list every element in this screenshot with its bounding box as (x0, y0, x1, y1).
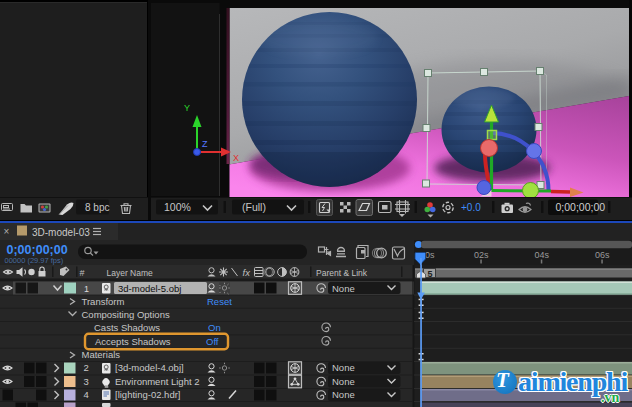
svg-text:None: None (332, 362, 355, 373)
svg-text:0s: 0s (425, 250, 435, 260)
svg-text:3: 3 (84, 376, 89, 387)
svg-text:00000 (29.97 fps): 00000 (29.97 fps) (5, 256, 64, 265)
svg-text:fx: fx (243, 267, 252, 278)
svg-text:04s: 04s (535, 250, 550, 260)
svg-text:Y: Y (184, 103, 190, 113)
svg-text:None: None (332, 283, 355, 294)
svg-text:100%: 100% (164, 201, 191, 213)
svg-text:5: 5 (428, 269, 433, 279)
svg-text:(Full): (Full) (242, 201, 266, 213)
svg-text:2: 2 (84, 362, 89, 373)
svg-text:8 bpc: 8 bpc (85, 202, 109, 213)
svg-text:None: None (332, 376, 355, 387)
svg-text:Casts Shadows: Casts Shadows (94, 322, 160, 333)
svg-text:Compositing Options: Compositing Options (82, 309, 170, 320)
svg-text:#: # (80, 268, 85, 278)
svg-text:4: 4 (84, 389, 89, 400)
svg-text:3D-model-03: 3D-model-03 (32, 227, 90, 238)
svg-text:Layer Name: Layer Name (107, 268, 154, 278)
svg-text:Accepts Shadows: Accepts Shadows (95, 336, 171, 347)
svg-text:0;00;00;00: 0;00;00;00 (556, 201, 606, 213)
svg-text:06s: 06s (595, 250, 610, 260)
svg-text:Reset: Reset (207, 296, 232, 307)
svg-text:Environment Light 2: Environment Light 2 (115, 376, 200, 387)
svg-text:0;00;00;00: 0;00;00;00 (7, 243, 68, 257)
svg-text:02s: 02s (474, 250, 489, 260)
svg-text:1: 1 (84, 284, 89, 294)
svg-text:+0.0: +0.0 (461, 202, 481, 213)
svg-text:X: X (233, 153, 239, 163)
svg-text:Z: Z (202, 139, 208, 149)
svg-text:None: None (332, 389, 355, 400)
svg-text:Transform: Transform (82, 296, 125, 307)
svg-text:[3d-model-4.obj]: [3d-model-4.obj] (115, 362, 184, 373)
svg-text:On: On (208, 322, 221, 333)
svg-text:×: × (4, 226, 10, 237)
svg-text:[lighting-02.hdr]: [lighting-02.hdr] (115, 389, 180, 400)
svg-text:Off: Off (206, 336, 219, 347)
svg-text:3d-model-5.obj: 3d-model-5.obj (118, 283, 181, 294)
svg-text:Parent & Link: Parent & Link (316, 268, 368, 278)
svg-text:Materials: Materials (82, 349, 121, 360)
